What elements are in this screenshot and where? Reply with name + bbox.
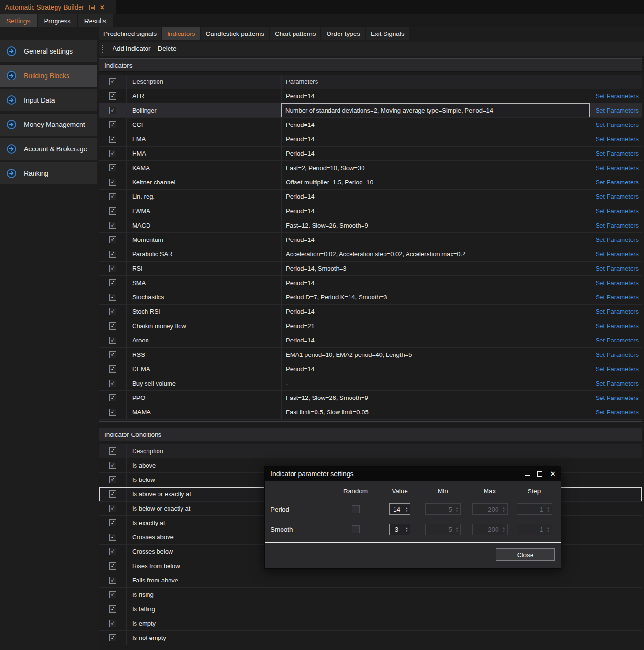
indicator-parameters[interactable]: Period=14: [281, 118, 590, 132]
indicator-parameters[interactable]: Acceleration=0.02, Acceleration step=0.0…: [281, 247, 590, 261]
row-checkbox[interactable]: [109, 519, 116, 526]
set-parameters-link[interactable]: Set Parameters: [596, 92, 639, 100]
row-checkbox[interactable]: [109, 462, 116, 469]
indicator-parameters[interactable]: Fast limit=0.5, Slow limit=0.05: [281, 405, 590, 419]
set-parameters-link[interactable]: Set Parameters: [596, 136, 639, 143]
select-all-checkbox[interactable]: [109, 78, 116, 85]
delete-button[interactable]: Delete: [158, 45, 177, 52]
row-checkbox[interactable]: [109, 294, 116, 301]
set-parameters-link[interactable]: Set Parameters: [596, 322, 639, 330]
table-row[interactable]: Is not empty: [99, 631, 642, 645]
table-row[interactable]: PPO Fast=12, Slow=26, Smooth=9 Set Param…: [99, 391, 642, 405]
set-parameters-link[interactable]: Set Parameters: [596, 164, 639, 171]
subtab[interactable]: Chart patterns: [270, 27, 321, 40]
set-parameters-link[interactable]: Set Parameters: [596, 365, 639, 373]
row-checkbox[interactable]: [109, 380, 116, 387]
row-checkbox[interactable]: [109, 107, 116, 114]
set-parameters-link[interactable]: Set Parameters: [596, 107, 639, 114]
row-checkbox[interactable]: [109, 322, 116, 330]
table-row[interactable]: Chaikin money flow Period=21 Set Paramet…: [99, 319, 642, 333]
subtab[interactable]: Order types: [321, 27, 365, 40]
app-tab[interactable]: Results: [78, 14, 113, 27]
parameters-column-header[interactable]: Parameters: [281, 75, 590, 89]
indicator-parameters[interactable]: Period=21: [281, 319, 590, 333]
row-checkbox[interactable]: [109, 193, 116, 200]
set-parameters-link[interactable]: Set Parameters: [596, 265, 639, 272]
window-title-tab[interactable]: Automatic Strategy Builder ✕: [0, 0, 116, 14]
table-row[interactable]: Aroon Period=14 Set Parameters: [99, 333, 642, 348]
sidebar-item[interactable]: Input Data: [0, 89, 97, 111]
table-row[interactable]: Is falling: [99, 602, 642, 616]
indicator-parameters[interactable]: Period=14: [281, 190, 590, 204]
table-row[interactable]: Stochastics Period D=7, Period K=14, Smo…: [99, 290, 642, 305]
subtab[interactable]: Exit Signals: [366, 27, 409, 40]
dialog-titlebar[interactable]: Indicator parameter settings ✕: [265, 467, 561, 481]
table-row[interactable]: Keltner channel Offset multiplier=1.5, P…: [99, 175, 642, 190]
set-parameters-link[interactable]: Set Parameters: [596, 351, 639, 358]
row-checkbox[interactable]: [109, 548, 116, 555]
indicator-parameters[interactable]: Period=14: [281, 276, 590, 290]
indicator-parameters[interactable]: Period=14: [281, 204, 590, 218]
set-parameters-link[interactable]: Set Parameters: [596, 409, 639, 416]
row-checkbox[interactable]: [109, 92, 116, 100]
set-parameters-link[interactable]: Set Parameters: [596, 150, 639, 157]
indicator-parameters[interactable]: Period D=7, Period K=14, Smooth=3: [281, 290, 590, 304]
indicator-parameters[interactable]: -: [281, 376, 590, 390]
value-spinner[interactable]: 3▲▼: [389, 524, 410, 535]
row-checkbox[interactable]: [109, 121, 116, 128]
set-parameters-link[interactable]: Set Parameters: [596, 207, 639, 215]
value-spinner[interactable]: 14▲▼: [389, 503, 410, 515]
subtab[interactable]: Indicators: [162, 27, 200, 40]
table-row[interactable]: Bollinger Number of standard deviations=…: [99, 103, 642, 118]
table-row[interactable]: LWMA Period=14 Set Parameters: [99, 204, 642, 218]
indicator-parameters[interactable]: Period=14: [281, 233, 590, 247]
row-checkbox[interactable]: [109, 394, 116, 401]
app-tab[interactable]: Settings: [0, 14, 37, 27]
table-row[interactable]: Falls from above: [99, 573, 642, 588]
set-parameters-link[interactable]: Set Parameters: [596, 294, 639, 301]
row-checkbox[interactable]: [109, 577, 116, 584]
sidebar-item[interactable]: Ranking: [0, 162, 97, 184]
table-row[interactable]: SMA Period=14 Set Parameters: [99, 276, 642, 290]
row-checkbox[interactable]: [109, 222, 116, 229]
row-checkbox[interactable]: [109, 365, 116, 373]
table-row[interactable]: RSS EMA1 period=10, EMA2 period=40, Leng…: [99, 348, 642, 362]
row-checkbox[interactable]: [109, 308, 116, 315]
row-checkbox[interactable]: [109, 207, 116, 215]
table-row[interactable]: Lin. reg. Period=14 Set Parameters: [99, 190, 642, 204]
set-parameters-link[interactable]: Set Parameters: [596, 121, 639, 128]
app-tab[interactable]: Progress: [38, 14, 77, 27]
set-parameters-link[interactable]: Set Parameters: [596, 236, 639, 243]
set-parameters-link[interactable]: Set Parameters: [596, 222, 639, 229]
minimize-icon[interactable]: [525, 472, 530, 476]
float-window-icon[interactable]: [89, 5, 95, 10]
table-row[interactable]: EMA Period=14 Set Parameters: [99, 132, 642, 147]
sidebar-item[interactable]: Building Blocks: [0, 65, 97, 87]
row-checkbox[interactable]: [109, 591, 116, 598]
sidebar-item[interactable]: Money Management: [0, 114, 97, 136]
description-column-header[interactable]: Description: [126, 444, 642, 458]
row-checkbox[interactable]: [109, 150, 116, 157]
set-parameters-link[interactable]: Set Parameters: [596, 308, 639, 315]
random-checkbox[interactable]: [352, 505, 360, 513]
indicator-parameters[interactable]: Fast=12, Slow=26, Smooth=9: [281, 391, 590, 405]
indicator-parameters[interactable]: Period=14: [281, 333, 590, 347]
table-row[interactable]: MAMA Fast limit=0.5, Slow limit=0.05 Set…: [99, 405, 642, 420]
select-all-checkbox[interactable]: [109, 447, 116, 455]
table-row[interactable]: Parabolic SAR Acceleration=0.02, Acceler…: [99, 247, 642, 262]
row-checkbox[interactable]: [109, 279, 116, 286]
maximize-icon[interactable]: [537, 471, 542, 477]
sidebar-item[interactable]: General settings: [0, 40, 97, 62]
table-row[interactable]: Momentum Period=14 Set Parameters: [99, 233, 642, 247]
indicator-parameters[interactable]: Period=14: [281, 132, 590, 146]
indicator-parameters[interactable]: Period=14, Smooth=3: [281, 262, 590, 275]
table-row[interactable]: Stoch RSI Period=14 Set Parameters: [99, 305, 642, 319]
row-checkbox[interactable]: [109, 351, 116, 358]
row-checkbox[interactable]: [109, 136, 116, 143]
table-row[interactable]: Is empty: [99, 616, 642, 631]
indicator-parameters[interactable]: Period=14: [281, 305, 590, 319]
indicator-parameters[interactable]: EMA1 period=10, EMA2 period=40, Length=5: [281, 348, 590, 362]
close-icon[interactable]: ✕: [550, 471, 556, 477]
row-checkbox[interactable]: [109, 179, 116, 186]
set-parameters-link[interactable]: Set Parameters: [596, 279, 639, 286]
